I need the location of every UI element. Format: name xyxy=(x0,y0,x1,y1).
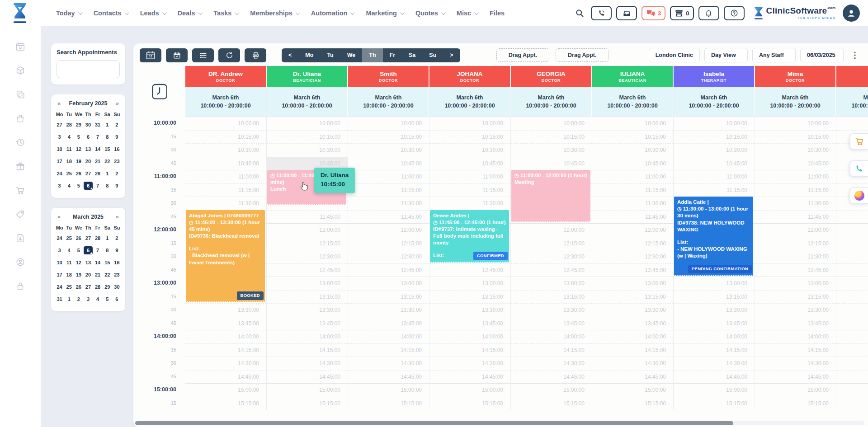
time-slot-cell[interactable]: 13:15:00 xyxy=(592,290,673,304)
calendar-day[interactable]: 12 xyxy=(74,143,83,155)
time-slot-cell[interactable]: 10:00:00 xyxy=(674,117,755,130)
clinicsoftware-hourglass-logo[interactable] xyxy=(11,3,29,23)
day-tab-Sa[interactable]: Sa xyxy=(402,48,422,62)
time-slot-cell[interactable]: 10:15:00 xyxy=(185,130,266,144)
staff-header[interactable]: IsabelaTHERAPIST xyxy=(674,66,755,87)
time-slot-cell[interactable]: 12:45:00 xyxy=(755,263,836,277)
time-slot-cell[interactable]: 10:00:00 xyxy=(267,117,348,130)
calendar-day[interactable]: 31 xyxy=(93,118,103,131)
time-slot-cell[interactable]: 11:00:00 xyxy=(429,170,510,183)
calendar-day[interactable]: 22 xyxy=(103,155,112,167)
calendar-day[interactable]: 28 xyxy=(93,167,103,179)
calendar-day[interactable]: 23 xyxy=(112,268,122,281)
time-slot-cell[interactable]: 13:45:00 xyxy=(592,317,673,330)
refresh-button[interactable] xyxy=(218,48,240,62)
time-slot-cell[interactable]: 14:30:00 xyxy=(429,357,510,370)
next-month-button[interactable]: » xyxy=(116,100,119,107)
time-slot-cell[interactable]: 15:15:00 xyxy=(592,397,673,410)
calendar-day[interactable]: 7 xyxy=(93,131,103,143)
staff-select[interactable]: Any Staff xyxy=(752,48,796,62)
time-slot-cell[interactable]: 10:30:00 xyxy=(755,143,836,157)
time-slot-cell[interactable]: 13:30:00 xyxy=(674,303,755,317)
time-slot-cell[interactable]: 15:00:00 xyxy=(592,383,673,397)
calendar-icon[interactable]: 12 xyxy=(15,42,25,53)
time-slot-cell[interactable]: 10:00:00 xyxy=(755,117,836,130)
calendar-day[interactable]: 10 xyxy=(55,143,64,155)
time-slot-cell[interactable]: 14:00:00 xyxy=(511,330,592,343)
time-slot-cell[interactable]: 10:00:00 xyxy=(185,117,266,130)
calendar-day[interactable]: 1 xyxy=(103,118,112,131)
time-slot-cell[interactable]: 13:00:00 xyxy=(674,277,755,290)
calendar-day[interactable]: 3 xyxy=(55,179,64,192)
time-slot-cell[interactable]: 10:45:00 xyxy=(755,157,836,170)
calendar-day[interactable]: 13 xyxy=(83,256,93,268)
drag-appt-button-1[interactable]: Drag Appt. xyxy=(496,48,549,62)
time-slot-cell[interactable]: 12:30:00 xyxy=(755,250,836,263)
time-slot-cell[interactable]: 14:15:00 xyxy=(511,343,592,357)
time-slot-cell[interactable]: 10:15:00 xyxy=(592,130,673,144)
time-slot-cell[interactable]: 15:15:00 xyxy=(755,397,836,410)
time-slot-cell[interactable]: 12:45:00 xyxy=(429,263,510,277)
phone-button[interactable] xyxy=(591,6,612,20)
time-slot-cell[interactable]: 14:45:00 xyxy=(755,370,836,384)
time-slot-cell[interactable]: 15:00:00 xyxy=(348,383,429,397)
calendar-day[interactable]: 6 xyxy=(83,179,93,192)
time-slot-cell[interactable]: 13:15:00 xyxy=(429,290,510,304)
time-slot-cell[interactable]: 10:00:00 xyxy=(592,117,673,130)
time-slot-cell[interactable]: 13:30:00 xyxy=(348,303,429,317)
time-slot-cell[interactable]: 12:00:00 xyxy=(836,223,868,237)
calendar-day[interactable]: 27 xyxy=(83,232,93,244)
time-slot-cell[interactable]: 13:15:00 xyxy=(267,290,348,304)
calendar-day[interactable]: 11 xyxy=(64,143,74,155)
help-button[interactable] xyxy=(724,6,745,20)
time-slot-cell[interactable]: 14:30:00 xyxy=(836,357,868,370)
calendar-day[interactable]: 9 xyxy=(112,131,122,143)
time-slot-cell[interactable]: 14:15:00 xyxy=(755,343,836,357)
horizontal-scrollbar[interactable] xyxy=(135,421,864,425)
time-slot-cell[interactable]: 15:15:00 xyxy=(511,397,592,410)
trolley-button[interactable] xyxy=(850,133,868,150)
time-slot-cell[interactable]: 14:45:00 xyxy=(429,370,510,384)
calendar-day[interactable]: 26 xyxy=(74,232,83,244)
time-slot-cell[interactable]: 15:15:00 xyxy=(429,397,510,410)
view-select[interactable]: Day View xyxy=(704,48,748,62)
time-slot-cell[interactable]: 12:30:00 xyxy=(836,250,868,263)
calendar-day[interactable]: 12 xyxy=(74,256,83,268)
calendar-day[interactable]: 4 xyxy=(64,244,74,256)
time-slot-cell[interactable]: 14:15:00 xyxy=(674,343,755,357)
time-slot-cell[interactable]: 10:00:00 xyxy=(429,117,510,130)
time-slot-cell[interactable]: 12:00:00 xyxy=(592,223,673,237)
time-slot-cell[interactable]: 12:45:00 xyxy=(836,263,868,277)
calendar-day[interactable]: 16 xyxy=(112,143,122,155)
time-slot-cell[interactable]: 10:45:00 xyxy=(429,157,510,170)
calendar-day[interactable]: 8 xyxy=(103,179,112,192)
time-slot-cell[interactable]: 13:00:00 xyxy=(511,277,592,290)
time-slot-cell[interactable]: 15:15:00 xyxy=(674,397,755,410)
calendar-day[interactable]: 26 xyxy=(74,281,83,293)
cart-icon[interactable] xyxy=(15,185,25,197)
price-tag-icon[interactable] xyxy=(15,209,25,221)
time-slot-cell[interactable]: 14:30:00 xyxy=(755,357,836,370)
appointment[interactable]: Deane Andrei |◷11:45:00 - 12:45:00 (1 ho… xyxy=(430,210,509,263)
time-slot-cell[interactable]: 14:30:00 xyxy=(511,357,592,370)
time-slot-cell[interactable]: 13:30:00 xyxy=(755,303,836,317)
staff-header[interactable]: MimaDOCTOR xyxy=(755,66,836,87)
calendar-day[interactable]: 6 xyxy=(83,244,93,256)
time-slot-cell[interactable]: 14:15:00 xyxy=(267,343,348,357)
nav-item-today[interactable]: Today xyxy=(56,9,81,17)
time-slot-cell[interactable]: 10:15:00 xyxy=(429,130,510,144)
time-slot-cell[interactable]: 12:45:00 xyxy=(267,263,348,277)
calendar-day[interactable]: 11 xyxy=(64,256,74,268)
calendar-day[interactable]: 17 xyxy=(55,155,64,167)
time-slot-cell[interactable]: 11:15:00 xyxy=(348,183,429,197)
time-slot-cell[interactable]: 14:30:00 xyxy=(348,357,429,370)
ai-assistant-button[interactable] xyxy=(850,188,868,204)
calendar-day[interactable]: 29 xyxy=(103,281,112,293)
calendar-day[interactable]: 28 xyxy=(64,118,74,131)
time-slot-cell[interactable]: 14:30:00 xyxy=(185,357,266,370)
time-slot-cell[interactable]: 15:15:00 xyxy=(185,397,266,410)
time-slot-cell[interactable]: 15:00:00 xyxy=(267,383,348,397)
time-slot-cell[interactable]: 10:00:00 xyxy=(511,117,592,130)
drag-appt-button-2[interactable]: Drag Appt. xyxy=(556,48,609,62)
time-slot-cell[interactable]: 10:15:00 xyxy=(348,130,429,144)
